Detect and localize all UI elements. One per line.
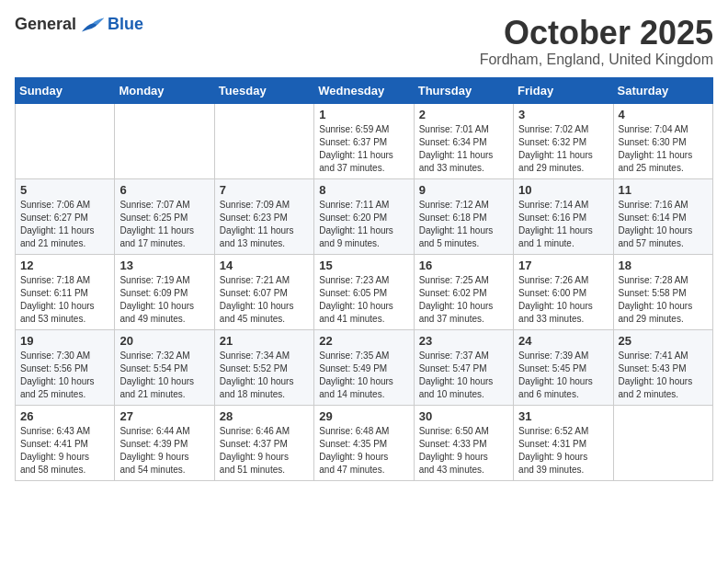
- day-number: 11: [619, 183, 708, 197]
- day-number: 30: [419, 409, 508, 423]
- calendar-cell: [214, 103, 313, 178]
- calendar-header-row: SundayMondayTuesdayWednesdayThursdayFrid…: [16, 77, 713, 103]
- calendar-cell: 16Sunrise: 7:25 AM Sunset: 6:02 PM Dayli…: [414, 254, 513, 329]
- day-number: 20: [119, 334, 209, 348]
- calendar-cell: 3Sunrise: 7:02 AM Sunset: 6:32 PM Daylig…: [514, 103, 613, 178]
- calendar-cell: 31Sunrise: 6:52 AM Sunset: 4:31 PM Dayli…: [514, 405, 613, 480]
- day-info: Sunrise: 7:12 AM Sunset: 6:18 PM Dayligh…: [419, 199, 508, 250]
- calendar-cell: 13Sunrise: 7:19 AM Sunset: 6:09 PM Dayli…: [115, 254, 214, 329]
- calendar-week-row: 12Sunrise: 7:18 AM Sunset: 6:11 PM Dayli…: [16, 254, 713, 329]
- calendar-cell: [16, 103, 115, 178]
- day-number: 6: [119, 183, 209, 197]
- calendar-cell: 6Sunrise: 7:07 AM Sunset: 6:25 PM Daylig…: [115, 178, 214, 254]
- day-number: 16: [419, 259, 508, 272]
- calendar-cell: 20Sunrise: 7:32 AM Sunset: 5:54 PM Dayli…: [115, 329, 214, 405]
- day-number: 27: [119, 409, 209, 423]
- calendar-cell: [115, 103, 214, 178]
- calendar-week-row: 5Sunrise: 7:06 AM Sunset: 6:27 PM Daylig…: [16, 178, 713, 254]
- day-number: 4: [619, 108, 708, 121]
- day-number: 2: [419, 108, 508, 121]
- day-info: Sunrise: 7:06 AM Sunset: 6:27 PM Dayligh…: [20, 199, 109, 250]
- calendar-cell: 2Sunrise: 7:01 AM Sunset: 6:34 PM Daylig…: [414, 103, 513, 178]
- day-info: Sunrise: 7:19 AM Sunset: 6:09 PM Dayligh…: [119, 274, 209, 326]
- location-text: Fordham, England, United Kingdom: [480, 52, 713, 68]
- day-info: Sunrise: 7:09 AM Sunset: 6:23 PM Dayligh…: [220, 199, 309, 250]
- calendar-cell: 10Sunrise: 7:14 AM Sunset: 6:16 PM Dayli…: [514, 178, 613, 254]
- day-info: Sunrise: 6:46 AM Sunset: 4:37 PM Dayligh…: [220, 425, 309, 477]
- day-number: 21: [220, 334, 309, 348]
- day-info: Sunrise: 7:41 AM Sunset: 5:43 PM Dayligh…: [619, 350, 708, 401]
- day-number: 24: [518, 334, 608, 348]
- day-header-sunday: Sunday: [16, 77, 115, 103]
- day-info: Sunrise: 7:21 AM Sunset: 6:07 PM Dayligh…: [220, 274, 309, 326]
- calendar-cell: 19Sunrise: 7:30 AM Sunset: 5:56 PM Dayli…: [16, 329, 115, 405]
- calendar-cell: [613, 405, 712, 480]
- calendar-week-row: 1Sunrise: 6:59 AM Sunset: 6:37 PM Daylig…: [16, 103, 713, 178]
- day-info: Sunrise: 7:07 AM Sunset: 6:25 PM Dayligh…: [119, 199, 209, 250]
- day-header-monday: Monday: [115, 77, 214, 103]
- day-info: Sunrise: 7:18 AM Sunset: 6:11 PM Dayligh…: [20, 274, 109, 326]
- day-number: 9: [419, 183, 508, 197]
- calendar-cell: 27Sunrise: 6:44 AM Sunset: 4:39 PM Dayli…: [115, 405, 214, 480]
- calendar-cell: 28Sunrise: 6:46 AM Sunset: 4:37 PM Dayli…: [214, 405, 313, 480]
- day-info: Sunrise: 6:44 AM Sunset: 4:39 PM Dayligh…: [119, 425, 209, 477]
- day-number: 26: [20, 409, 109, 423]
- day-info: Sunrise: 7:23 AM Sunset: 6:05 PM Dayligh…: [319, 274, 408, 326]
- calendar-cell: 8Sunrise: 7:11 AM Sunset: 6:20 PM Daylig…: [314, 178, 414, 254]
- day-info: Sunrise: 7:14 AM Sunset: 6:16 PM Dayligh…: [518, 199, 608, 250]
- calendar-cell: 24Sunrise: 7:39 AM Sunset: 5:45 PM Dayli…: [514, 329, 613, 405]
- title-area: October 2025 Fordham, England, United Ki…: [480, 15, 713, 68]
- day-number: 25: [619, 334, 708, 348]
- day-number: 19: [20, 334, 109, 348]
- day-info: Sunrise: 7:01 AM Sunset: 6:34 PM Dayligh…: [419, 123, 508, 175]
- logo-general-text: General: [15, 15, 76, 34]
- day-number: 5: [20, 183, 109, 197]
- calendar-cell: 12Sunrise: 7:18 AM Sunset: 6:11 PM Dayli…: [16, 254, 115, 329]
- day-info: Sunrise: 7:02 AM Sunset: 6:32 PM Dayligh…: [518, 123, 608, 175]
- day-number: 12: [20, 259, 109, 272]
- month-title: October 2025: [480, 15, 713, 52]
- calendar-cell: 30Sunrise: 6:50 AM Sunset: 4:33 PM Dayli…: [414, 405, 513, 480]
- day-info: Sunrise: 7:30 AM Sunset: 5:56 PM Dayligh…: [20, 350, 109, 401]
- calendar-cell: 18Sunrise: 7:28 AM Sunset: 5:58 PM Dayli…: [613, 254, 712, 329]
- day-number: 22: [319, 334, 408, 348]
- calendar-cell: 11Sunrise: 7:16 AM Sunset: 6:14 PM Dayli…: [613, 178, 712, 254]
- calendar-table: SundayMondayTuesdayWednesdayThursdayFrid…: [15, 77, 713, 481]
- day-number: 3: [518, 108, 608, 121]
- day-number: 28: [220, 409, 309, 423]
- day-number: 10: [518, 183, 608, 197]
- day-info: Sunrise: 6:43 AM Sunset: 4:41 PM Dayligh…: [20, 425, 109, 477]
- calendar-cell: 5Sunrise: 7:06 AM Sunset: 6:27 PM Daylig…: [16, 178, 115, 254]
- calendar-cell: 4Sunrise: 7:04 AM Sunset: 6:30 PM Daylig…: [613, 103, 712, 178]
- day-number: 13: [119, 259, 209, 272]
- day-info: Sunrise: 6:50 AM Sunset: 4:33 PM Dayligh…: [419, 425, 508, 477]
- calendar-cell: 15Sunrise: 7:23 AM Sunset: 6:05 PM Dayli…: [314, 254, 414, 329]
- calendar-cell: 17Sunrise: 7:26 AM Sunset: 6:00 PM Dayli…: [514, 254, 613, 329]
- day-info: Sunrise: 7:34 AM Sunset: 5:52 PM Dayligh…: [220, 350, 309, 401]
- day-number: 8: [319, 183, 408, 197]
- calendar-cell: 7Sunrise: 7:09 AM Sunset: 6:23 PM Daylig…: [214, 178, 313, 254]
- day-info: Sunrise: 7:04 AM Sunset: 6:30 PM Dayligh…: [619, 123, 708, 175]
- calendar-cell: 1Sunrise: 6:59 AM Sunset: 6:37 PM Daylig…: [314, 103, 414, 178]
- calendar-cell: 14Sunrise: 7:21 AM Sunset: 6:07 PM Dayli…: [214, 254, 313, 329]
- calendar-week-row: 26Sunrise: 6:43 AM Sunset: 4:41 PM Dayli…: [16, 405, 713, 480]
- page-header: General Blue October 2025 Fordham, Engla…: [15, 15, 713, 68]
- calendar-cell: 29Sunrise: 6:48 AM Sunset: 4:35 PM Dayli…: [314, 405, 414, 480]
- logo: General Blue: [15, 15, 143, 34]
- day-info: Sunrise: 6:52 AM Sunset: 4:31 PM Dayligh…: [518, 425, 608, 477]
- day-info: Sunrise: 7:26 AM Sunset: 6:00 PM Dayligh…: [518, 274, 608, 326]
- day-header-thursday: Thursday: [414, 77, 513, 103]
- day-number: 23: [419, 334, 508, 348]
- calendar-cell: 22Sunrise: 7:35 AM Sunset: 5:49 PM Dayli…: [314, 329, 414, 405]
- day-info: Sunrise: 7:32 AM Sunset: 5:54 PM Dayligh…: [119, 350, 209, 401]
- day-info: Sunrise: 7:11 AM Sunset: 6:20 PM Dayligh…: [319, 199, 408, 250]
- day-info: Sunrise: 7:28 AM Sunset: 5:58 PM Dayligh…: [619, 274, 708, 326]
- calendar-cell: 23Sunrise: 7:37 AM Sunset: 5:47 PM Dayli…: [414, 329, 513, 405]
- calendar-cell: 9Sunrise: 7:12 AM Sunset: 6:18 PM Daylig…: [414, 178, 513, 254]
- day-header-saturday: Saturday: [613, 77, 712, 103]
- day-header-wednesday: Wednesday: [314, 77, 414, 103]
- day-number: 29: [319, 409, 408, 423]
- day-number: 7: [220, 183, 309, 197]
- day-info: Sunrise: 7:25 AM Sunset: 6:02 PM Dayligh…: [419, 274, 508, 326]
- calendar-cell: 25Sunrise: 7:41 AM Sunset: 5:43 PM Dayli…: [613, 329, 712, 405]
